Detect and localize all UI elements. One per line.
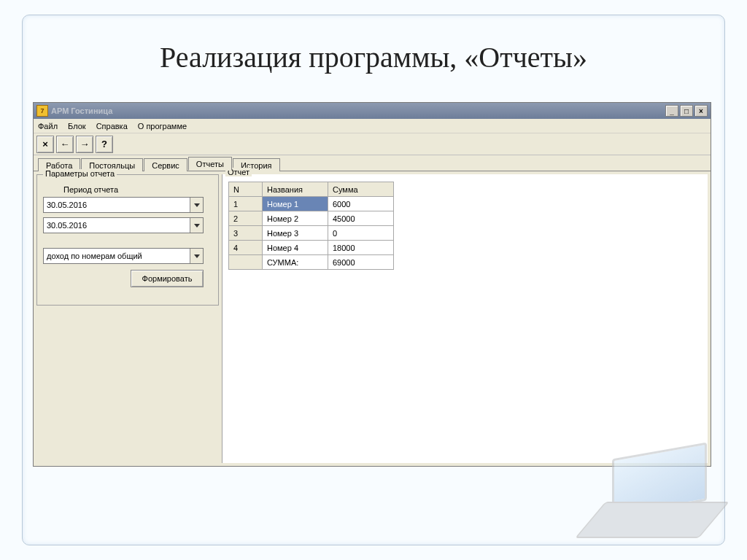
period-label: Период отчета (63, 185, 212, 194)
maximize-button[interactable]: □ (680, 105, 693, 117)
menu-help[interactable]: Справка (96, 122, 128, 131)
toolbar-forward-icon[interactable]: → (76, 136, 93, 153)
report-grid[interactable]: N Названия Сумма 1 Номер 1 6000 2 Номер … (228, 182, 394, 270)
dropdown-arrow-icon (190, 198, 203, 212)
date-to-value: 30.05.2016 (44, 218, 190, 233)
cell-total-label: СУММА: (263, 255, 328, 270)
slide-title: Реализация программы, «Отчеты» (0, 40, 747, 74)
cell-n: 3 (229, 226, 263, 241)
cell-n: 4 (229, 241, 263, 255)
cell-sum: 18000 (328, 241, 394, 255)
report-groupbox: Отчет N Названия Сумма 1 Номер 1 6000 2 … (222, 174, 708, 463)
dropdown-arrow-icon (190, 249, 203, 263)
menu-bar: Файл Блок Справка О программе (34, 119, 711, 133)
window-title: АРМ Гостиница (51, 106, 665, 115)
report-type-combo[interactable]: доход по номерам общий (43, 248, 204, 264)
tab-content: Параметры отчета Период отчета 30.05.201… (34, 171, 711, 466)
date-from-value: 30.05.2016 (44, 198, 190, 212)
tab-reports[interactable]: Отчеты (188, 157, 232, 171)
col-header-name: Названия (263, 182, 328, 197)
date-to-combo[interactable]: 30.05.2016 (43, 217, 204, 233)
app-window: 7 АРМ Гостиница _ □ × Файл Блок Справка … (33, 102, 711, 467)
cell-n: 1 (229, 197, 263, 211)
table-row[interactable]: 1 Номер 1 6000 (229, 197, 394, 211)
grid-header-row: N Названия Сумма (229, 182, 394, 197)
cell-name: Номер 1 (263, 197, 328, 211)
tab-bar: Работа Постояльцы Сервис Отчеты История (34, 155, 711, 171)
close-button[interactable]: × (694, 105, 708, 117)
toolbar-help-icon[interactable]: ? (96, 136, 113, 153)
cell-name: Номер 4 (263, 241, 328, 255)
toolbar-back-icon[interactable]: ← (56, 136, 74, 153)
report-type-value: доход по номерам общий (44, 249, 190, 263)
table-row[interactable]: 4 Номер 4 18000 (229, 241, 394, 255)
col-header-sum: Сумма (328, 182, 394, 197)
cell-n: 2 (229, 211, 263, 226)
table-row[interactable]: 2 Номер 2 45000 (229, 211, 394, 226)
menu-file[interactable]: Файл (38, 122, 58, 131)
app-icon: 7 (36, 105, 48, 117)
dropdown-arrow-icon (190, 218, 203, 233)
generate-button[interactable]: Формировать (131, 270, 204, 287)
window-titlebar: 7 АРМ Гостиница _ □ × (34, 103, 711, 119)
cell-sum: 6000 (328, 197, 394, 211)
toolbar-close-icon[interactable]: × (36, 136, 54, 153)
tab-service[interactable]: Сервис (144, 158, 187, 171)
col-header-n: N (229, 182, 263, 197)
date-from-combo[interactable]: 30.05.2016 (43, 197, 204, 213)
cell-total-value: 69000 (328, 255, 394, 270)
params-groupbox: Параметры отчета Период отчета 30.05.201… (36, 174, 219, 306)
cell-name: Номер 2 (263, 211, 328, 226)
params-group-title: Параметры отчета (43, 169, 117, 178)
toolbar: × ← → ? (34, 133, 711, 155)
cell-name: Номер 3 (263, 226, 328, 241)
menu-about[interactable]: О программе (138, 122, 187, 131)
minimize-button[interactable]: _ (665, 105, 678, 117)
cell-n-empty (229, 255, 263, 270)
cell-sum: 45000 (328, 211, 394, 226)
table-total-row: СУММА: 69000 (229, 255, 394, 270)
menu-block[interactable]: Блок (68, 122, 86, 131)
window-controls: _ □ × (665, 105, 708, 117)
cell-sum: 0 (328, 226, 394, 241)
table-row[interactable]: 3 Номер 3 0 (229, 226, 394, 241)
